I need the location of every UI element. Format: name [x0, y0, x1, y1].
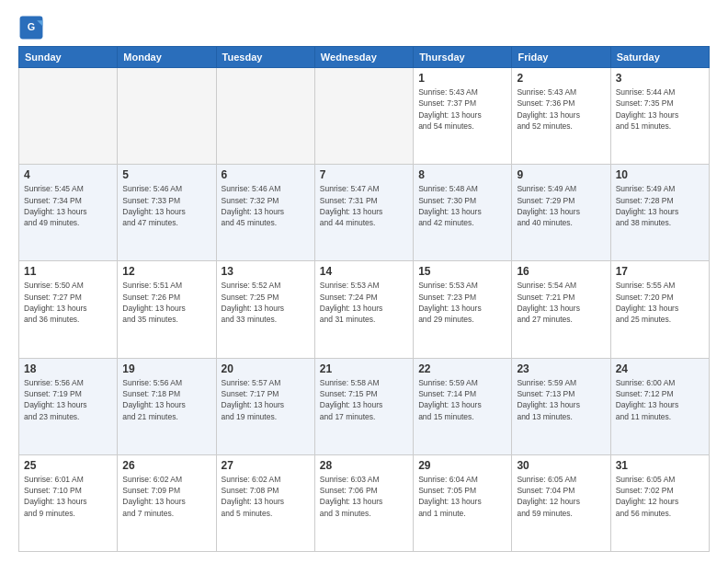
svg-text:G: G — [28, 21, 35, 32]
weekday-header-wednesday: Wednesday — [314, 47, 413, 68]
calendar-cell: 7Sunrise: 5:47 AM Sunset: 7:31 PM Daylig… — [314, 165, 413, 261]
day-number: 8 — [418, 168, 506, 181]
day-number: 9 — [517, 168, 605, 181]
day-info: Sunrise: 5:46 AM Sunset: 7:33 PM Dayligh… — [122, 183, 210, 228]
weekday-header-row: SundayMondayTuesdayWednesdayThursdayFrid… — [19, 47, 710, 68]
calendar-cell: 24Sunrise: 6:00 AM Sunset: 7:12 PM Dayli… — [610, 358, 709, 454]
day-number: 7 — [320, 168, 408, 181]
day-info: Sunrise: 5:49 AM Sunset: 7:29 PM Dayligh… — [517, 183, 605, 228]
day-info: Sunrise: 5:43 AM Sunset: 7:37 PM Dayligh… — [418, 86, 506, 132]
weekday-header-thursday: Thursday — [414, 47, 512, 68]
calendar-cell: 16Sunrise: 5:54 AM Sunset: 7:21 PM Dayli… — [512, 261, 610, 358]
day-info: Sunrise: 5:46 AM Sunset: 7:32 PM Dayligh… — [222, 183, 310, 228]
day-number: 28 — [320, 459, 408, 472]
calendar-cell: 30Sunrise: 6:05 AM Sunset: 7:04 PM Dayli… — [512, 454, 610, 551]
weekday-header-saturday: Saturday — [610, 47, 709, 68]
day-info: Sunrise: 6:04 AM Sunset: 7:05 PM Dayligh… — [418, 474, 506, 519]
day-number: 22 — [418, 362, 506, 375]
day-number: 17 — [616, 265, 704, 278]
day-number: 18 — [24, 362, 112, 375]
day-info: Sunrise: 5:51 AM Sunset: 7:26 PM Dayligh… — [122, 280, 210, 325]
day-number: 20 — [222, 362, 310, 375]
calendar-week-3: 11Sunrise: 5:50 AM Sunset: 7:27 PM Dayli… — [19, 261, 710, 358]
calendar-cell: 8Sunrise: 5:48 AM Sunset: 7:30 PM Daylig… — [414, 165, 512, 261]
calendar-cell: 9Sunrise: 5:49 AM Sunset: 7:29 PM Daylig… — [512, 165, 610, 261]
calendar-cell — [314, 68, 413, 165]
page: G SundayMondayTuesdayWednesdayThursdayFr… — [0, 0, 728, 563]
day-number: 12 — [122, 265, 210, 278]
day-info: Sunrise: 5:59 AM Sunset: 7:13 PM Dayligh… — [517, 377, 605, 422]
day-info: Sunrise: 5:53 AM Sunset: 7:24 PM Dayligh… — [320, 280, 408, 325]
calendar-cell: 29Sunrise: 6:04 AM Sunset: 7:05 PM Dayli… — [414, 454, 512, 551]
calendar-cell: 13Sunrise: 5:52 AM Sunset: 7:25 PM Dayli… — [216, 261, 314, 358]
calendar-week-2: 4Sunrise: 5:45 AM Sunset: 7:34 PM Daylig… — [19, 165, 710, 261]
day-info: Sunrise: 6:05 AM Sunset: 7:02 PM Dayligh… — [616, 474, 704, 519]
day-info: Sunrise: 6:01 AM Sunset: 7:10 PM Dayligh… — [24, 474, 112, 519]
calendar-week-1: 1Sunrise: 5:43 AM Sunset: 7:37 PM Daylig… — [19, 68, 710, 165]
calendar-cell — [19, 68, 118, 165]
calendar-cell: 17Sunrise: 5:55 AM Sunset: 7:20 PM Dayli… — [610, 261, 709, 358]
calendar-cell: 26Sunrise: 6:02 AM Sunset: 7:09 PM Dayli… — [118, 454, 216, 551]
day-info: Sunrise: 5:44 AM Sunset: 7:35 PM Dayligh… — [616, 86, 704, 132]
day-number: 10 — [616, 168, 704, 181]
day-number: 26 — [122, 459, 210, 472]
calendar-cell: 12Sunrise: 5:51 AM Sunset: 7:26 PM Dayli… — [118, 261, 216, 358]
calendar-cell: 1Sunrise: 5:43 AM Sunset: 7:37 PM Daylig… — [414, 68, 512, 165]
day-info: Sunrise: 5:53 AM Sunset: 7:23 PM Dayligh… — [418, 280, 506, 325]
weekday-header-friday: Friday — [512, 47, 610, 68]
day-number: 2 — [517, 72, 605, 85]
day-number: 4 — [24, 168, 112, 181]
calendar-cell: 23Sunrise: 5:59 AM Sunset: 7:13 PM Dayli… — [512, 358, 610, 454]
calendar-cell: 14Sunrise: 5:53 AM Sunset: 7:24 PM Dayli… — [314, 261, 413, 358]
day-info: Sunrise: 5:55 AM Sunset: 7:20 PM Dayligh… — [616, 280, 704, 325]
day-info: Sunrise: 6:02 AM Sunset: 7:09 PM Dayligh… — [122, 474, 210, 519]
day-number: 23 — [517, 362, 605, 375]
day-info: Sunrise: 6:05 AM Sunset: 7:04 PM Dayligh… — [517, 474, 605, 519]
calendar-cell: 6Sunrise: 5:46 AM Sunset: 7:32 PM Daylig… — [216, 165, 314, 261]
day-number: 3 — [616, 72, 704, 85]
calendar-cell: 10Sunrise: 5:49 AM Sunset: 7:28 PM Dayli… — [610, 165, 709, 261]
calendar-cell: 28Sunrise: 6:03 AM Sunset: 7:06 PM Dayli… — [314, 454, 413, 551]
logo: G — [18, 15, 48, 40]
day-info: Sunrise: 5:58 AM Sunset: 7:15 PM Dayligh… — [320, 377, 408, 422]
day-info: Sunrise: 5:57 AM Sunset: 7:17 PM Dayligh… — [222, 377, 310, 422]
day-number: 14 — [320, 265, 408, 278]
day-info: Sunrise: 5:56 AM Sunset: 7:19 PM Dayligh… — [24, 377, 112, 422]
calendar-cell: 22Sunrise: 5:59 AM Sunset: 7:14 PM Dayli… — [414, 358, 512, 454]
day-number: 24 — [616, 362, 704, 375]
calendar-table: SundayMondayTuesdayWednesdayThursdayFrid… — [18, 46, 710, 552]
day-number: 21 — [320, 362, 408, 375]
calendar-cell: 3Sunrise: 5:44 AM Sunset: 7:35 PM Daylig… — [610, 68, 709, 165]
day-info: Sunrise: 5:59 AM Sunset: 7:14 PM Dayligh… — [418, 377, 506, 422]
day-info: Sunrise: 5:49 AM Sunset: 7:28 PM Dayligh… — [616, 183, 704, 228]
calendar-cell: 25Sunrise: 6:01 AM Sunset: 7:10 PM Dayli… — [19, 454, 118, 551]
weekday-header-tuesday: Tuesday — [216, 47, 314, 68]
weekday-header-monday: Monday — [118, 47, 216, 68]
calendar-cell — [216, 68, 314, 165]
day-info: Sunrise: 5:54 AM Sunset: 7:21 PM Dayligh… — [517, 280, 605, 325]
day-number: 11 — [24, 265, 112, 278]
day-number: 25 — [24, 459, 112, 472]
calendar-cell: 2Sunrise: 5:43 AM Sunset: 7:36 PM Daylig… — [512, 68, 610, 165]
day-number: 31 — [616, 459, 704, 472]
header: G — [18, 15, 710, 40]
calendar-cell: 31Sunrise: 6:05 AM Sunset: 7:02 PM Dayli… — [610, 454, 709, 551]
calendar-cell: 27Sunrise: 6:02 AM Sunset: 7:08 PM Dayli… — [216, 454, 314, 551]
day-number: 6 — [222, 168, 310, 181]
calendar-cell: 18Sunrise: 5:56 AM Sunset: 7:19 PM Dayli… — [19, 358, 118, 454]
calendar-cell — [118, 68, 216, 165]
day-number: 13 — [222, 265, 310, 278]
day-info: Sunrise: 6:00 AM Sunset: 7:12 PM Dayligh… — [616, 377, 704, 422]
day-info: Sunrise: 5:52 AM Sunset: 7:25 PM Dayligh… — [222, 280, 310, 325]
calendar-cell: 4Sunrise: 5:45 AM Sunset: 7:34 PM Daylig… — [19, 165, 118, 261]
day-info: Sunrise: 5:45 AM Sunset: 7:34 PM Dayligh… — [24, 183, 112, 228]
day-info: Sunrise: 6:02 AM Sunset: 7:08 PM Dayligh… — [222, 474, 310, 519]
calendar-week-5: 25Sunrise: 6:01 AM Sunset: 7:10 PM Dayli… — [19, 454, 710, 551]
calendar-cell: 15Sunrise: 5:53 AM Sunset: 7:23 PM Dayli… — [414, 261, 512, 358]
calendar-cell: 11Sunrise: 5:50 AM Sunset: 7:27 PM Dayli… — [19, 261, 118, 358]
day-info: Sunrise: 5:43 AM Sunset: 7:36 PM Dayligh… — [517, 86, 605, 132]
calendar-cell: 19Sunrise: 5:56 AM Sunset: 7:18 PM Dayli… — [118, 358, 216, 454]
calendar-cell: 20Sunrise: 5:57 AM Sunset: 7:17 PM Dayli… — [216, 358, 314, 454]
day-info: Sunrise: 5:47 AM Sunset: 7:31 PM Dayligh… — [320, 183, 408, 228]
day-info: Sunrise: 5:50 AM Sunset: 7:27 PM Dayligh… — [24, 280, 112, 325]
